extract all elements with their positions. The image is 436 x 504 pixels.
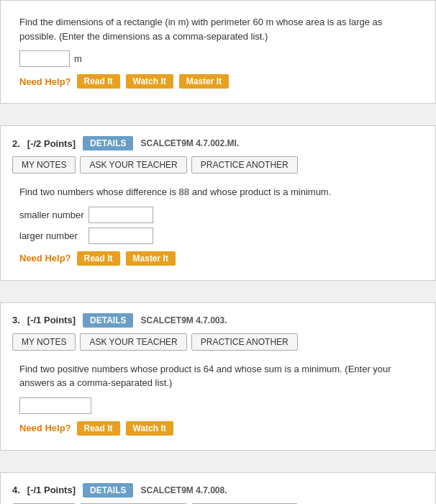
problem-2-smaller-row: smaller number xyxy=(19,207,417,223)
problem-3-watch-it-btn[interactable]: Watch It xyxy=(126,421,173,436)
problem-top-body: Find the dimensions of a rectangle (in m… xyxy=(12,11,424,93)
problem-3-header: 3. [-/1 Points] DETAILS SCALCET9M 4.7.00… xyxy=(12,313,424,328)
divider-2 xyxy=(0,294,436,302)
problem-2-master-it-btn[interactable]: Master It xyxy=(126,251,176,266)
top-fragment-watch-it-btn[interactable]: Watch It xyxy=(126,74,173,89)
divider-3 xyxy=(0,464,436,472)
problem-2-action-bar: MY NOTES ASK YOUR TEACHER PRACTICE ANOTH… xyxy=(12,156,424,174)
problem-2-body: Find two numbers whose difference is 88 … xyxy=(12,181,424,270)
top-fragment-text: Find the dimensions of a rectangle (in m… xyxy=(19,15,417,43)
problem-3-details-btn[interactable]: DETAILS xyxy=(83,313,133,328)
problem-2-larger-row: larger number xyxy=(19,228,417,244)
problem-2-larger-label: larger number xyxy=(19,230,84,241)
problem-2-points: [-/2 Points] xyxy=(27,138,76,149)
problem-3-need-help-text: Need Help? xyxy=(19,423,71,433)
top-fragment-master-it-btn[interactable]: Master It xyxy=(179,74,229,89)
top-fragment-need-help: Need Help? Read It Watch It Master It xyxy=(19,74,417,89)
problem-2-read-it-btn[interactable]: Read It xyxy=(77,251,120,266)
problem-top-fragment: Find the dimensions of a rectangle (in m… xyxy=(0,0,436,104)
problem-2-smaller-input[interactable] xyxy=(88,207,153,223)
problem-3-practice-another-btn[interactable]: PRACTICE ANOTHER xyxy=(191,333,298,351)
problem-2-card: 2. [-/2 Points] DETAILS SCALCET9M 4.7.00… xyxy=(0,125,436,281)
problem-2-larger-input[interactable] xyxy=(88,228,153,244)
problem-3-need-help: Need Help? Read It Watch It xyxy=(19,421,417,436)
problem-2-my-notes-btn[interactable]: MY NOTES xyxy=(12,156,76,174)
problem-3-card: 3. [-/1 Points] DETAILS SCALCET9M 4.7.00… xyxy=(0,302,436,451)
problem-2-need-help: Need Help? Read It Master It xyxy=(19,251,417,266)
top-fragment-read-it-btn[interactable]: Read It xyxy=(77,74,120,89)
problem-4-number: 4. xyxy=(12,485,20,495)
problem-2-text: Find two numbers whose difference is 88 … xyxy=(19,185,417,199)
problem-2-need-help-text: Need Help? xyxy=(19,253,71,264)
problem-3-action-bar: MY NOTES ASK YOUR TEACHER PRACTICE ANOTH… xyxy=(12,333,424,351)
problem-2-smaller-label: smaller number xyxy=(19,210,84,220)
problem-3-read-it-btn[interactable]: Read It xyxy=(77,421,120,436)
page-container: Find the dimensions of a rectangle (in m… xyxy=(0,0,436,504)
top-fragment-need-help-text: Need Help? xyxy=(19,76,71,87)
problem-2-scalcet: SCALCET9M 4.7.002.MI. xyxy=(140,138,239,148)
problem-4-card: 4. [-/1 Points] DETAILS SCALCET9M 4.7.00… xyxy=(0,472,436,505)
problem-3-ask-teacher-btn[interactable]: ASK YOUR TEACHER xyxy=(80,333,186,351)
problem-3-answer-input[interactable] xyxy=(19,397,91,414)
problem-3-points: [-/1 Points] xyxy=(27,315,76,325)
problem-3-text: Find two positive numbers whose product … xyxy=(19,362,417,390)
problem-2-ask-teacher-btn[interactable]: ASK YOUR TEACHER xyxy=(80,156,186,174)
problem-4-points: [-/1 Points] xyxy=(27,485,76,495)
problem-2-practice-another-btn[interactable]: PRACTICE ANOTHER xyxy=(191,156,298,174)
problem-4-scalcet: SCALCET9M 4.7.008. xyxy=(140,485,227,495)
problem-3-number: 3. xyxy=(12,315,20,325)
problem-2-header: 2. [-/2 Points] DETAILS SCALCET9M 4.7.00… xyxy=(12,136,424,150)
top-fragment-answer-input[interactable] xyxy=(19,50,70,67)
problem-3-body: Find two positive numbers whose product … xyxy=(12,358,424,440)
divider-1 xyxy=(0,117,436,125)
problem-2-details-btn[interactable]: DETAILS xyxy=(83,136,133,150)
problem-4-details-btn[interactable]: DETAILS xyxy=(83,483,133,498)
problem-3-my-notes-btn[interactable]: MY NOTES xyxy=(12,333,76,351)
top-fragment-input-row: m xyxy=(19,50,417,67)
top-fragment-unit: m xyxy=(74,53,82,64)
problem-2-number: 2. xyxy=(12,138,20,149)
problem-3-scalcet: SCALCET9M 4.7.003. xyxy=(140,315,227,325)
problem-3-input-row xyxy=(19,397,417,414)
problem-4-header: 4. [-/1 Points] DETAILS SCALCET9M 4.7.00… xyxy=(12,483,424,498)
